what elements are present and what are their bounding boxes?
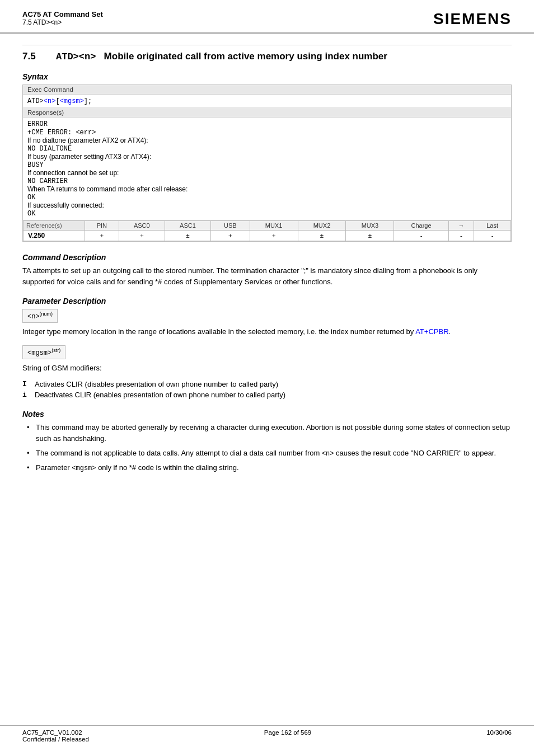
footer-confidential: Confidential / Released [22,736,89,743]
modifier-list: I Activates CLIR (disables presentation … [22,379,512,401]
at-cpbr-link[interactable]: AT+CPBR [415,327,448,336]
val-last: - [474,231,511,241]
col-usb: USB [211,221,250,231]
response-line-1: ERROR [27,120,48,128]
col-mux1: MUX1 [250,221,298,231]
val-mux2: ± [298,231,346,241]
param-mgsm-block: <mgsm>(str) String of GSM modifiers: I A… [22,345,512,400]
val-pin: + [85,231,119,241]
param-n-desc: Integer type memory location in the rang… [22,326,512,337]
footer-right: 10/30/06 [486,729,512,743]
header-subtitle: 7.5 ATD><n> [22,18,103,26]
header-left: AC75 AT Command Set 7.5 ATD><n> [22,10,103,26]
param-mgsm-type: (str) [51,348,60,353]
modifier-key-I: I [22,379,29,390]
val-arrow: - [448,231,474,241]
response-line-3: If no dialtone (parameter ATX2 or ATX4): [27,137,148,144]
command-description-text: TA attempts to set up an outgoing call t… [22,265,512,288]
response-line-5: If busy (parameter setting ATX3 or ATX4)… [27,153,151,161]
param-mgsm-box: <mgsm>(str) [22,345,65,359]
page-footer: AC75_ATC_V01.002 Confidential / Released… [0,725,534,743]
exec-command-header: Exec Command [23,85,511,95]
response-line-10: OK [27,194,35,201]
note-2-text: The command is not applicable to data ca… [36,449,496,457]
val-usb: + [211,231,250,241]
exec-command-content: ATD><n>[<mgsm>]; [23,95,511,108]
section-number: 7.5 [22,51,56,62]
val-asc0: + [119,231,165,241]
response-line-11: If successfully connected: [27,201,104,209]
response-line-2: +CME ERROR: <err> [27,129,96,137]
response-line-7: If connection cannot be set up: [27,169,119,177]
page-header: AC75 AT Command Set 7.5 ATD><n> SIEMENS [0,0,534,34]
note-1-text: This command may be aborted generally by… [36,423,510,443]
param-mgsm-name: <mgsm> [27,349,51,357]
responses-header: Response(s) [23,108,511,118]
section-heading: 7.5 ATD><n> Mobile originated call from … [22,45,512,62]
note-3-code-mgsm: <mgsm> [72,464,96,472]
note-3: Parameter <mgsm> only if no *# code is w… [27,462,512,474]
footer-doc-id: AC75_ATC_V01.002 [22,729,89,736]
param-n-box: <n>(num) [22,309,58,323]
parameter-description-label: Parameter Description [22,297,512,306]
modifier-desc-I: Activates CLIR (disables presentation of… [35,379,278,390]
val-charge: - [394,231,448,241]
col-charge: Charge [394,221,448,231]
command-box: Exec Command ATD><n>[<mgsm>]; Response(s… [22,84,512,242]
col-asc0: ASC0 [119,221,165,231]
modifier-i: i Deactivates CLIR (enables presentation… [22,389,512,401]
param-n-type: (num) [40,311,53,317]
val-mux3: ± [346,231,394,241]
col-arrow: → [448,221,474,231]
note-3-text: Parameter <mgsm> only if no *# code is w… [36,463,239,472]
main-content: 7.5 ATD><n> Mobile originated call from … [0,34,534,494]
note-2: The command is not applicable to data ca… [27,448,512,459]
response-line-12: OK [27,210,35,218]
response-line-9: When TA returns to command mode after ca… [27,185,188,193]
parameter-description-section: Parameter Description <n>(num) Integer t… [22,297,512,400]
col-mux3: MUX3 [346,221,394,231]
reference-value: V.250 [24,231,85,241]
notes-list: This command may be aborted generally by… [22,422,512,474]
footer-left: AC75_ATC_V01.002 Confidential / Released [22,729,89,743]
section-code: ATD><n> [56,51,96,62]
val-asc1: ± [165,231,210,241]
modifier-key-i: i [22,389,29,401]
param-n-block: <n>(num) Integer type memory location in… [22,309,512,337]
param-n-name: <n> [27,313,40,321]
footer-center: Page 162 of 569 [264,729,311,743]
command-description-section: Command Description TA attempts to set u… [22,253,512,288]
reference-table: Reference(s) PIN ASC0 ASC1 USB MUX1 MUX2… [23,220,511,241]
section-title: ATD><n> Mobile originated call from acti… [56,51,387,62]
note-1: This command may be aborted generally by… [27,422,512,444]
siemens-logo: SIEMENS [433,10,512,28]
syntax-label: Syntax [22,72,512,81]
modifier-I: I Activates CLIR (disables presentation … [22,379,512,390]
response-line-6: BUSY [27,161,44,169]
header-title: AC75 AT Command Set [22,10,103,18]
col-asc1: ASC1 [165,221,210,231]
col-pin: PIN [85,221,119,231]
note-2-code-n: <n> [322,450,334,458]
modifier-desc-i: Deactivates CLIR (enables presentation o… [35,389,285,401]
val-mux1: + [250,231,298,241]
response-line-4: NO DIALTONE [27,145,72,153]
notes-label: Notes [22,410,512,419]
param-mgsm-intro: String of GSM modifiers: [22,363,512,374]
command-description-label: Command Description [22,253,512,262]
notes-section: Notes This command may be aborted genera… [22,410,512,474]
responses-content: ERROR +CME ERROR: <err> If no dialtone (… [23,118,511,220]
col-last: Last [474,221,511,231]
reference-label: Reference(s) [24,221,85,231]
response-line-8: NO CARRIER [27,177,68,185]
col-mux2: MUX2 [298,221,346,231]
exec-command-code: ATD><n>[<mgsm>]; [27,97,92,105]
